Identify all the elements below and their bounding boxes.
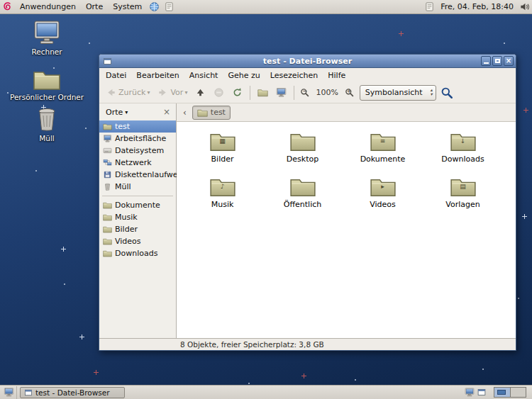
sidebar-item-dateisystem[interactable]: Dateisystem	[99, 145, 176, 157]
menu-ansicht[interactable]: Ansicht	[184, 69, 223, 82]
file-bilder[interactable]: ▦ Bilder	[182, 128, 262, 173]
file-vorlagen[interactable]: ▤ Vorlagen	[423, 173, 503, 218]
web-browser-launcher-icon[interactable]	[148, 1, 160, 13]
menu-lesezeichen[interactable]: Lesezeichen	[265, 69, 323, 82]
arrow-up-icon	[195, 87, 206, 98]
file-dokumente[interactable]: ≡ Dokumente	[343, 128, 423, 173]
back-button[interactable]: Zurück ▾	[102, 84, 153, 101]
app-launcher-icon[interactable]	[163, 1, 175, 13]
sidebar-item-netzwerk[interactable]: Netzwerk	[99, 157, 176, 169]
toolbar: Zurück ▾ Vor ▾	[99, 82, 516, 103]
folder-icon	[289, 176, 316, 197]
sidebar-item-muell[interactable]: Müll	[99, 181, 176, 193]
status-text: 8 Objekte, freier Speicherplatz: 3,8 GB	[180, 340, 324, 349]
stop-button[interactable]	[210, 84, 228, 101]
up-button[interactable]	[192, 84, 209, 101]
sidebar-item-downloads[interactable]: Downloads	[99, 247, 176, 259]
sidebar-item-arbeitsflaeche[interactable]: Arbeitsfläche	[99, 133, 176, 145]
drive-icon	[103, 147, 112, 154]
folder-icon	[289, 130, 316, 152]
desktop-icon-label: Müll	[39, 134, 55, 142]
close-button[interactable]: ×	[504, 56, 514, 66]
desktop-icon-rechner[interactable]: Rechner	[13, 20, 81, 56]
folder-icon	[103, 237, 112, 245]
network-icon	[103, 159, 112, 167]
menu-hilfe[interactable]: Hilfe	[323, 69, 350, 82]
maximize-button[interactable]	[492, 56, 502, 66]
desktop-icon-muell[interactable]: Müll	[13, 106, 81, 142]
search-icon	[440, 86, 453, 99]
floppy-icon	[103, 171, 112, 179]
workspace-switcher	[494, 387, 526, 398]
folder-icon	[103, 225, 112, 233]
file-oeffentlich[interactable]: Öffentlich	[262, 173, 343, 218]
path-scroll-left-button[interactable]: ‹	[179, 106, 190, 120]
folder-icon	[103, 249, 112, 257]
desktop-screen: Anwendungen Orte System Fre, 04. Feb, 18…	[0, 0, 532, 399]
workspace-2[interactable]	[510, 388, 526, 397]
sidebar-pane-select[interactable]: Orte ▾	[102, 106, 131, 119]
template-emblem-icon: ▤	[450, 183, 477, 190]
distro-logo-icon[interactable]	[1, 1, 13, 13]
home-button[interactable]	[254, 85, 272, 100]
tray-display-icon[interactable]	[465, 388, 475, 397]
desktop-icon-label: Rechner	[31, 47, 62, 56]
file-videos[interactable]: ▸ Videos	[343, 173, 423, 218]
sidebar-item-diskettenlaufwerk[interactable]: Diskettenlaufwerk	[99, 169, 176, 181]
show-desktop-icon	[4, 388, 14, 397]
sidebar-close-icon[interactable]: ×	[160, 107, 173, 117]
stop-icon	[214, 87, 224, 98]
menu-system[interactable]: System	[108, 1, 147, 13]
sidebar-item-test[interactable]: test	[99, 120, 176, 133]
sidebar-item-videos[interactable]: Videos	[99, 235, 176, 247]
trash-icon	[103, 183, 112, 191]
show-desktop-button[interactable]	[1, 386, 17, 399]
path-bar: ‹ test	[177, 103, 516, 122]
music-emblem-icon: ♪	[209, 183, 236, 190]
menu-bearbeiten[interactable]: Bearbeiten	[131, 69, 184, 82]
file-desktop[interactable]: Desktop	[262, 128, 343, 173]
sidebar-separator	[102, 196, 173, 196]
trash-icon	[35, 106, 59, 132]
download-emblem-icon: ↓	[450, 137, 477, 145]
computer-icon	[276, 87, 287, 98]
video-emblem-icon: ▸	[370, 183, 397, 190]
desktop-icon-persoenlicher-ordner[interactable]: Persönlicher Ordner	[13, 68, 81, 101]
file-musik[interactable]: ♪ Musik	[182, 173, 262, 218]
clock-applet[interactable]: Fre, 04. Feb, 18:40	[437, 2, 517, 11]
window-title: test - Datei-Browser	[99, 57, 516, 66]
chevron-down-icon: ▾	[125, 109, 128, 116]
path-segment-test[interactable]: test	[192, 106, 231, 120]
arrow-right-icon	[157, 87, 168, 98]
workspace-1[interactable]	[494, 388, 510, 397]
status-bar: 8 Objekte, freier Speicherplatz: 3,8 GB	[99, 338, 516, 350]
window-icon	[24, 388, 33, 397]
reload-button[interactable]	[228, 84, 246, 101]
folder-icon	[197, 108, 208, 117]
file-downloads[interactable]: ↓ Downloads	[423, 128, 503, 173]
taskbar-item-file-browser[interactable]: test - Datei-Browser	[20, 387, 125, 398]
chevron-down-icon: ▾	[147, 89, 150, 96]
sidebar-item-bilder[interactable]: Bilder	[99, 223, 176, 235]
computer-button[interactable]	[272, 84, 290, 101]
menu-gehe-zu[interactable]: Gehe zu	[223, 69, 265, 82]
zoom-in-button[interactable]: +	[343, 85, 356, 100]
forward-button[interactable]: Vor ▾	[154, 84, 191, 101]
menu-applications[interactable]: Anwendungen	[15, 1, 81, 13]
tray-display-icon[interactable]	[477, 388, 487, 397]
search-button[interactable]	[437, 84, 457, 102]
tray-notes-icon[interactable]	[423, 1, 436, 13]
folder-icon	[103, 201, 112, 209]
photo-emblem-icon: ▦	[209, 137, 236, 145]
sidebar-item-musik[interactable]: Musik	[99, 211, 176, 223]
minimize-button[interactable]	[481, 56, 491, 66]
volume-icon[interactable]	[519, 1, 531, 13]
menu-places[interactable]: Orte	[81, 1, 108, 13]
sidebar-item-dokumente[interactable]: Dokumente	[99, 199, 176, 211]
menu-datei[interactable]: Datei	[101, 69, 131, 82]
view-mode-select[interactable]: Symbolansicht ▴▾	[360, 85, 436, 101]
home-folder-icon	[257, 88, 268, 97]
titlebar[interactable]: test - Datei-Browser ×	[99, 55, 516, 68]
desktop-icon	[103, 135, 112, 142]
zoom-out-button[interactable]: −	[298, 85, 311, 100]
